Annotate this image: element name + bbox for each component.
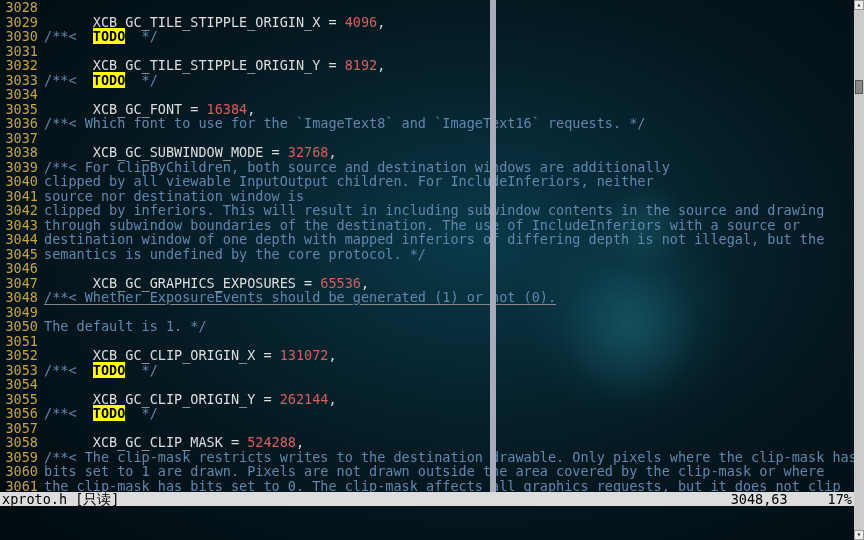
code-line[interactable]: XCB_GC_TILE_STIPPLE_ORIGIN_Y = 8192, [44,58,864,73]
line-number: 3048 [0,290,38,305]
line-number: 3059 [0,450,38,465]
code-line[interactable]: destination window of one depth with map… [44,232,864,247]
line-number: 3031 [0,44,38,59]
scroll-down-button[interactable]: ▾ [854,530,864,540]
line-number: 3034 [0,87,38,102]
cursor-line[interactable]: /**< Whether ExposureEvents should be ge… [44,290,864,305]
code-line[interactable]: /**< TODO */ [44,29,864,44]
line-number: 3035 [0,102,38,117]
code-line[interactable]: /**< TODO */ [44,363,864,378]
code-line[interactable] [44,44,864,59]
code-area[interactable]: XCB_GC_TILE_STIPPLE_ORIGIN_X = 4096,/**<… [44,0,864,498]
code-line[interactable]: XCB_GC_CLIP_ORIGIN_X = 131072, [44,348,864,363]
line-number: 3040 [0,174,38,189]
code-line[interactable] [44,377,864,392]
code-line[interactable]: XCB_GC_CLIP_ORIGIN_Y = 262144, [44,392,864,407]
line-number: 3056 [0,406,38,421]
line-number: 3057 [0,421,38,436]
line-number: 3029 [0,15,38,30]
line-number: 3044 [0,232,38,247]
vertical-split-bar[interactable] [490,0,496,498]
line-number: 3053 [0,363,38,378]
code-line[interactable]: /**< For ClipByChildren, both source and… [44,160,864,175]
code-line[interactable] [44,0,864,15]
code-line[interactable]: bits set to 1 are drawn. Pixels are not … [44,464,864,479]
code-line[interactable] [44,87,864,102]
line-number-gutter: 3028302930303031303230333034303530363037… [0,0,40,498]
line-number: 3041 [0,189,38,204]
line-number: 3058 [0,435,38,450]
code-line[interactable]: XCB_GC_FONT = 16384, [44,102,864,117]
line-number: 3046 [0,261,38,276]
code-line[interactable]: /**< Which font to use for the `ImageTex… [44,116,864,131]
code-line[interactable] [44,131,864,146]
line-number: 3033 [0,73,38,88]
code-line[interactable]: XCB_GC_GRAPHICS_EXPOSURES = 65536, [44,276,864,291]
line-number: 3049 [0,305,38,320]
line-number: 3043 [0,218,38,233]
line-number: 3052 [0,348,38,363]
line-number: 3055 [0,392,38,407]
code-line[interactable]: XCB_GC_SUBWINDOW_MODE = 32768, [44,145,864,160]
line-number: 3047 [0,276,38,291]
code-line[interactable]: through subwindow boundaries of the dest… [44,218,864,233]
vertical-scrollbar[interactable]: ▴ ▾ [854,0,864,540]
todo-highlight: TODO [93,405,126,421]
code-line[interactable] [44,305,864,320]
line-number: 3039 [0,160,38,175]
code-line[interactable]: The default is 1. */ [44,319,864,334]
code-line[interactable]: /**< The clip-mask restricts writes to t… [44,450,864,465]
line-number: 3032 [0,58,38,73]
line-number: 3042 [0,203,38,218]
code-line[interactable]: /**< TODO */ [44,406,864,421]
todo-highlight: TODO [93,28,126,44]
line-number: 3051 [0,334,38,349]
line-number: 3036 [0,116,38,131]
line-number: 3037 [0,131,38,146]
line-number: 3038 [0,145,38,160]
code-line[interactable] [44,334,864,349]
line-number: 3050 [0,319,38,334]
scroll-up-button[interactable]: ▴ [854,0,864,10]
status-file: xproto.h [只读] [2,492,119,507]
code-line[interactable]: XCB_GC_CLIP_MASK = 524288, [44,435,864,450]
line-number: 3030 [0,29,38,44]
line-number: 3045 [0,247,38,262]
todo-highlight: TODO [93,72,126,88]
vim-editor[interactable]: 3028302930303031303230333034303530363037… [0,0,864,540]
status-cursor-pos: 3048,63 [731,492,788,507]
status-scroll-pct: 17% [828,492,852,507]
status-line: xproto.h [只读] 3048,63 17% [0,492,854,507]
scroll-thumb[interactable] [855,80,863,94]
code-line[interactable] [44,421,864,436]
line-number: 3028 [0,0,38,15]
code-line[interactable]: /**< TODO */ [44,73,864,88]
code-line[interactable]: source nor destination window is [44,189,864,204]
code-line[interactable]: XCB_GC_TILE_STIPPLE_ORIGIN_X = 4096, [44,15,864,30]
code-line[interactable]: semantics is undefined by the core proto… [44,247,864,262]
line-number: 3054 [0,377,38,392]
line-number: 3060 [0,464,38,479]
code-line[interactable]: clipped by inferiors. This will result i… [44,203,864,218]
code-line[interactable] [44,261,864,276]
code-line[interactable]: clipped by all viewable InputOutput chil… [44,174,864,189]
todo-highlight: TODO [93,362,126,378]
